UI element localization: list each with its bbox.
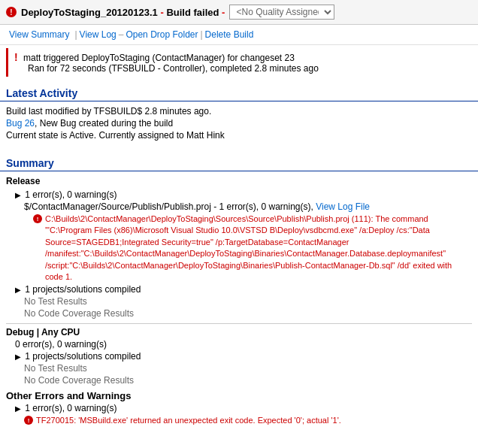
view-summary-button[interactable]: View Summary	[6, 28, 72, 41]
debug-errors-label: 0 error(s), 0 warning(s)	[15, 339, 107, 350]
other-errors-expand[interactable]: ▶	[15, 404, 21, 413]
build-name: DeployToStaging_20120123.1	[21, 7, 158, 18]
build-status: Build failed	[166, 7, 219, 18]
release-view-log-link[interactable]: View Log File	[316, 201, 370, 212]
other-error-icon: !	[24, 416, 33, 425]
release-expand-icon[interactable]: ▶	[15, 191, 21, 199]
activity-line2-suffix: , New Bug created during the build	[35, 118, 173, 129]
debug-compiled-row: ▶ 1 projects/solutions compiled	[6, 351, 472, 362]
latest-activity-content: Build last modified by TFSBUILD$ 2.8 min…	[0, 101, 478, 147]
release-compiled-label: 1 projects/solutions compiled	[25, 284, 141, 295]
other-errors-label: 1 error(s), 0 warning(s)	[25, 403, 116, 413]
release-proj-path: $/ContactManager/Source/Publish/Publish.…	[24, 201, 313, 212]
release-compiled-expand[interactable]: ▶	[15, 286, 21, 294]
other-error-detail: ! TF270015: 'MSBuild.exe' returned an un…	[6, 415, 472, 426]
release-header: Release	[6, 176, 472, 186]
other-error-text: TF270015: 'MSBuild.exe' returned an unex…	[36, 415, 341, 426]
notification-line1: ! matt triggered DeployToStaging (Contac…	[14, 51, 466, 63]
toolbar-sep3: |	[200, 29, 202, 40]
open-drop-folder-button[interactable]: Open Drop Folder	[126, 29, 198, 40]
debug-no-test: No Test Results	[6, 363, 472, 374]
release-errors-row: ▶ 1 error(s), 0 warning(s)	[6, 189, 472, 200]
header-title: DeployToStaging_20120123.1 - Build faile…	[21, 7, 225, 18]
release-proj-row: $/ContactManager/Source/Publish/Publish.…	[6, 201, 472, 212]
bug-link[interactable]: Bug 26	[6, 118, 35, 129]
notification-icon: !	[14, 51, 18, 63]
debug-no-coverage: No Code Coverage Results	[6, 375, 472, 386]
release-error-icon: !	[33, 214, 42, 223]
toolbar: View Summary | View Log – Open Drop Fold…	[0, 25, 478, 45]
notification-bar: ! matt triggered DeployToStaging (Contac…	[6, 48, 472, 77]
summary-header: Summary	[0, 153, 478, 171]
release-compiled-row: ▶ 1 projects/solutions compiled	[6, 284, 472, 295]
notification-text2: Ran for 72 seconds (TFSBUILD - Controlle…	[28, 63, 319, 74]
toolbar-sep2: –	[119, 29, 124, 40]
summary-content: Release ▶ 1 error(s), 0 warning(s) $/Con…	[0, 171, 478, 433]
separator2: -	[222, 7, 225, 18]
activity-line3: Current state is Active. Currently assig…	[6, 130, 472, 141]
other-errors-header: Other Errors and Warnings	[6, 390, 472, 401]
page-header: ! DeployToStaging_20120123.1 - Build fai…	[0, 0, 478, 25]
release-error-text: C:\Builds\2\ContactManager\DeployToStagi…	[45, 213, 472, 283]
release-no-test: No Test Results	[6, 296, 472, 307]
quality-dropdown[interactable]: <No Quality Assigned> Released Ready for…	[229, 5, 334, 20]
release-error-detail: ! C:\Builds\2\ContactManager\DeployToSta…	[6, 213, 472, 283]
debug-compiled-expand[interactable]: ▶	[15, 353, 21, 361]
debug-compiled-label: 1 projects/solutions compiled	[25, 351, 141, 362]
notification-text1: matt triggered DeployToStaging (ContactM…	[23, 53, 295, 63]
release-no-coverage: No Code Coverage Results	[6, 308, 472, 319]
debug-header: Debug | Any CPU	[6, 323, 472, 338]
view-log-button[interactable]: View Log	[80, 29, 116, 40]
activity-line1: Build last modified by TFSBUILD$ 2.8 min…	[6, 106, 472, 117]
activity-line2: Bug 26, New Bug created during the build	[6, 118, 472, 129]
header-error-icon: !	[6, 7, 17, 17]
debug-errors-row: 0 error(s), 0 warning(s)	[6, 339, 472, 350]
other-errors-row: ▶ 1 error(s), 0 warning(s)	[6, 403, 472, 413]
notification-line2: Ran for 72 seconds (TFSBUILD - Controlle…	[14, 63, 466, 74]
release-errors-label: 1 error(s), 0 warning(s)	[25, 189, 116, 200]
latest-activity-header: Latest Activity	[0, 83, 478, 101]
toolbar-sep1: |	[74, 29, 77, 40]
delete-build-button[interactable]: Delete Build	[205, 29, 254, 40]
